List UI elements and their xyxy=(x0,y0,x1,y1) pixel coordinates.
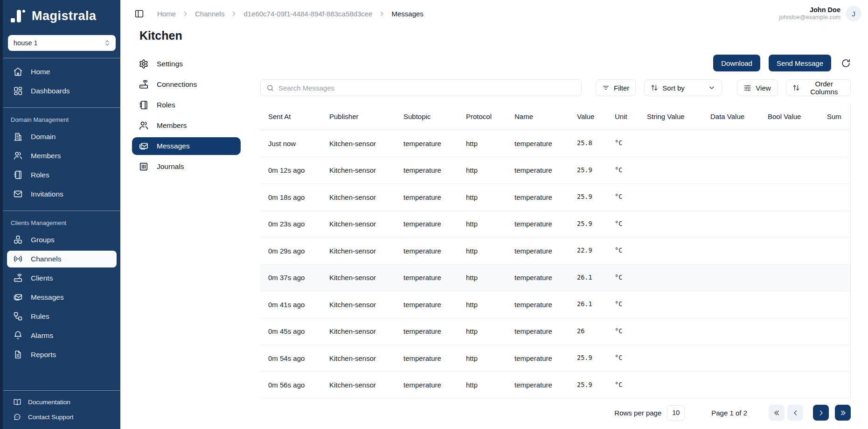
cell-subtopic: temperature xyxy=(396,130,458,157)
column-header[interactable]: Sum xyxy=(819,103,850,130)
cell-value: 25.9 xyxy=(569,211,607,237)
message-circle-icon xyxy=(13,413,21,421)
refresh-button[interactable] xyxy=(841,58,851,68)
app-logo: Magistrala xyxy=(3,0,120,29)
column-header[interactable]: Protocol xyxy=(458,103,507,130)
download-button[interactable]: Download xyxy=(713,55,760,71)
sidebar-item-alarms[interactable]: Alarms xyxy=(7,327,117,344)
mail-send-icon xyxy=(139,141,149,151)
table-row[interactable]: 0m 41s ago Kitchen-sensor temperature ht… xyxy=(260,291,850,318)
search-input[interactable] xyxy=(278,84,576,92)
cell-subtopic: temperature xyxy=(396,318,458,345)
subnav-item-members[interactable]: Members xyxy=(132,117,241,134)
column-header[interactable]: String Value xyxy=(639,103,702,130)
sidebar-item-groups[interactable]: Groups xyxy=(7,232,117,248)
workarea: Download Send Message Filter xyxy=(247,42,868,429)
table-row[interactable]: 0m 23s ago Kitchen-sensor temperature ht… xyxy=(260,211,850,238)
cell-data-value xyxy=(702,318,760,345)
view-button[interactable]: View xyxy=(737,79,777,96)
sidebar-scrollbar[interactable] xyxy=(0,0,3,429)
rows-per-page-input[interactable] xyxy=(667,405,685,421)
sidebar-item-channels[interactable]: Channels xyxy=(7,251,117,267)
sidebar-item-messages[interactable]: Messages xyxy=(7,289,117,306)
sidebar-item-contact-support[interactable]: Contact Support xyxy=(7,410,117,423)
cell-bool-value xyxy=(760,265,819,291)
sidebar: Magistrala house 1 Home Dashboards Domai… xyxy=(0,0,120,429)
sidebar-item-home[interactable]: Home xyxy=(7,63,117,80)
column-header[interactable]: Sent At xyxy=(260,103,321,130)
sidebar-item-invitations[interactable]: Invitations xyxy=(7,186,117,203)
section-title-clients-management: Clients Management xyxy=(3,215,120,230)
sidebar-item-dashboards[interactable]: Dashboards xyxy=(7,83,117,99)
column-header[interactable]: Data Value xyxy=(702,103,760,130)
subnav-item-settings[interactable]: Settings xyxy=(132,55,241,73)
sidebar-item-roles[interactable]: Roles xyxy=(7,167,117,183)
cell-protocol: http xyxy=(458,211,507,238)
cell-sent-at: Just now xyxy=(260,130,321,157)
table-row[interactable]: 0m 18s ago Kitchen-sensor temperature ht… xyxy=(260,184,850,211)
sidebar-item-reports[interactable]: Reports xyxy=(7,346,117,363)
cell-subtopic: temperature xyxy=(396,372,458,399)
table-row[interactable]: 0m 37s ago Kitchen-sensor temperature ht… xyxy=(260,265,850,292)
cell-sent-at: 0m 41s ago xyxy=(260,291,321,318)
router-icon xyxy=(139,79,149,90)
sidebar-item-documentation[interactable]: Documentation xyxy=(7,395,117,408)
cell-name: temperature xyxy=(507,238,569,264)
cell-subtopic: temperature xyxy=(396,184,458,211)
sidebar-main-nav: Home Dashboards xyxy=(3,62,120,100)
next-page-button[interactable] xyxy=(813,405,829,421)
last-page-button[interactable] xyxy=(835,405,851,421)
column-header[interactable]: Name xyxy=(507,103,569,130)
subnav-item-roles[interactable]: Roles xyxy=(132,96,241,114)
channel-subnav: Settings Connections Roles Membe xyxy=(120,42,247,429)
cell-string-value xyxy=(639,130,702,157)
page-status: Page 1 of 2 xyxy=(711,409,747,417)
cell-value: 25.9 xyxy=(569,372,607,398)
cell-publisher: Kitchen-sensor xyxy=(321,238,396,264)
sidebar-toggle-button[interactable] xyxy=(133,8,145,20)
avatar[interactable]: J xyxy=(846,6,861,21)
sidebar-item-rules[interactable]: Rules xyxy=(7,308,117,325)
router-icon xyxy=(13,273,23,283)
column-header[interactable]: Subtopic xyxy=(396,103,458,130)
cell-subtopic: temperature xyxy=(396,157,458,184)
cell-subtopic: temperature xyxy=(396,345,458,372)
order-columns-button[interactable]: Order Columns xyxy=(786,79,851,96)
cell-unit: °C xyxy=(607,345,639,371)
first-page-button[interactable] xyxy=(769,405,785,421)
cell-string-value xyxy=(639,372,702,399)
cell-string-value xyxy=(639,238,702,264)
sidebar-item-clients[interactable]: Clients xyxy=(7,270,117,287)
cell-value: 25.9 xyxy=(569,345,607,371)
table-row[interactable]: 0m 12s ago Kitchen-sensor temperature ht… xyxy=(260,157,850,184)
cell-publisher: Kitchen-sensor xyxy=(321,372,396,399)
pager-buttons xyxy=(769,405,851,421)
filter-button[interactable]: Filter xyxy=(596,79,636,96)
filter-icon xyxy=(602,84,610,91)
subnav-item-journals[interactable]: Journals xyxy=(132,158,241,176)
column-header[interactable]: Unit xyxy=(607,103,639,130)
sort-by-dropdown[interactable]: Sort by xyxy=(644,79,722,96)
table-row[interactable]: 0m 56s ago Kitchen-sensor temperature ht… xyxy=(260,372,850,399)
subnav-item-messages[interactable]: Messages xyxy=(132,137,241,155)
building-icon xyxy=(13,132,23,141)
column-header[interactable]: Value xyxy=(569,103,607,130)
column-header[interactable]: Bool Value xyxy=(760,103,819,130)
cell-sum xyxy=(819,345,850,372)
cell-value: 26.1 xyxy=(569,264,607,291)
table-row[interactable]: 0m 45s ago Kitchen-sensor temperature ht… xyxy=(260,318,850,345)
send-message-button[interactable]: Send Message xyxy=(769,55,831,71)
column-header[interactable]: Publisher xyxy=(321,103,396,130)
table-row[interactable]: 0m 54s ago Kitchen-sensor temperature ht… xyxy=(260,345,850,372)
cell-protocol: http xyxy=(458,265,507,291)
previous-page-button[interactable] xyxy=(787,405,803,421)
cell-sum xyxy=(819,318,850,345)
workspace-selector[interactable]: house 1 xyxy=(8,35,116,51)
cell-protocol: http xyxy=(458,157,507,184)
cell-value: 25.9 xyxy=(569,183,607,210)
table-row[interactable]: 0m 29s ago Kitchen-sensor temperature ht… xyxy=(260,238,850,265)
sidebar-item-domain[interactable]: Domain xyxy=(7,128,117,145)
table-row[interactable]: Just now Kitchen-sensor temperature http… xyxy=(260,130,850,157)
subnav-item-connections[interactable]: Connections xyxy=(132,76,241,93)
sidebar-item-members[interactable]: Members xyxy=(7,148,117,164)
